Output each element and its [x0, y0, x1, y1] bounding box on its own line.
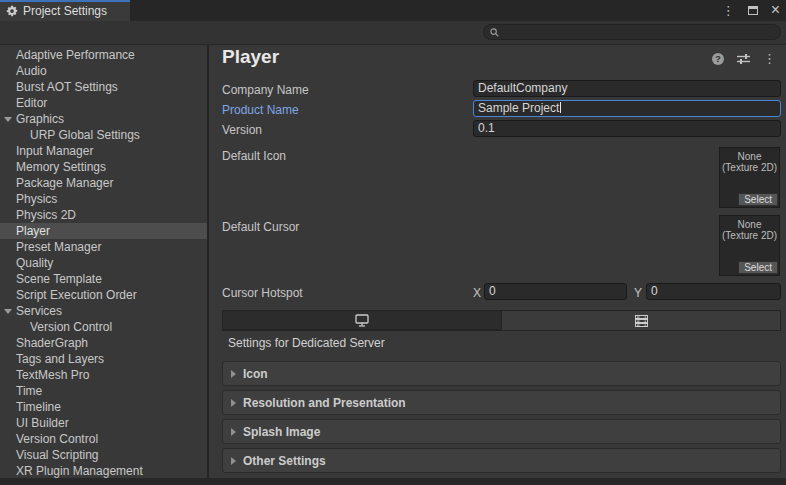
- sidebar-item-editor[interactable]: Editor: [0, 95, 207, 111]
- sidebar-item-label: Input Manager: [0, 143, 207, 159]
- tab-dedicated-server[interactable]: [502, 311, 780, 330]
- hotspot-y-field[interactable]: 0: [646, 283, 781, 300]
- section-label: Splash Image: [243, 425, 320, 439]
- presets-icon[interactable]: [737, 53, 750, 65]
- window-controls: ⋮ ×: [722, 0, 780, 21]
- sidebar-item-label: Time: [0, 383, 207, 399]
- sidebar-item-label: Burst AOT Settings: [0, 79, 207, 95]
- section-resolution-and-presentation[interactable]: Resolution and Presentation: [222, 390, 781, 415]
- sidebar-item-time[interactable]: Time: [0, 383, 207, 399]
- close-icon[interactable]: ×: [771, 2, 780, 18]
- tab-desktop-platform[interactable]: [223, 311, 502, 330]
- section-icon[interactable]: Icon: [222, 361, 781, 386]
- default-cursor-texture-slot[interactable]: None (Texture 2D) Select: [719, 215, 780, 276]
- settings-toolbar: [0, 21, 786, 45]
- desktop-monitor-icon: [355, 314, 369, 327]
- product-name-field[interactable]: Sample Project: [473, 100, 781, 117]
- window-bottom-edge: [0, 478, 786, 485]
- sidebar-item-urp-global-settings[interactable]: URP Global Settings: [0, 127, 207, 143]
- texture-type-label: (Texture 2D): [720, 162, 779, 173]
- product-name-value: Sample Project: [478, 101, 559, 115]
- sidebar-item-label: Editor: [0, 95, 207, 111]
- default-icon-select-button[interactable]: Select: [738, 193, 778, 206]
- section-splash-image[interactable]: Splash Image: [222, 419, 781, 444]
- sidebar-item-label: Version Control: [0, 319, 207, 335]
- sidebar-item-label: Script Execution Order: [0, 287, 207, 303]
- sidebar-item-script-execution-order[interactable]: Script Execution Order: [0, 287, 207, 303]
- company-name-field[interactable]: DefaultCompany: [473, 80, 781, 97]
- player-sections: Icon Resolution and Presentation Splash …: [222, 361, 781, 477]
- cursor-hotspot-label: Cursor Hotspot: [222, 285, 303, 301]
- foldout-expanded-icon: [4, 117, 12, 122]
- sidebar-item-label: ShaderGraph: [0, 335, 207, 351]
- default-icon-texture-slot[interactable]: None (Texture 2D) Select: [719, 147, 780, 208]
- sidebar-item-adaptive-performance[interactable]: Adaptive Performance: [0, 47, 207, 63]
- more-menu-icon[interactable]: ⋮: [763, 52, 776, 65]
- foldout-collapsed-icon: [231, 370, 236, 378]
- text-caret: [560, 102, 561, 113]
- sidebar-item-label: Physics: [0, 191, 207, 207]
- version-field[interactable]: 0.1: [473, 120, 781, 137]
- default-icon-label: Default Icon: [222, 148, 286, 164]
- hotspot-x-label: X: [473, 285, 481, 301]
- sidebar-item-label: Quality: [0, 255, 207, 271]
- version-value: 0.1: [478, 121, 495, 135]
- sidebar-item-label: Adaptive Performance: [0, 47, 207, 63]
- sidebar-item-tags-and-layers[interactable]: Tags and Layers: [0, 351, 207, 367]
- project-settings-window: Project Settings ⋮ × Adaptive Performanc…: [0, 0, 786, 485]
- sidebar-item-label: Package Manager: [0, 175, 207, 191]
- sidebar-item-scene-template[interactable]: Scene Template: [0, 271, 207, 287]
- default-cursor-select-button[interactable]: Select: [738, 261, 778, 274]
- sidebar-item-memory-settings[interactable]: Memory Settings: [0, 159, 207, 175]
- sidebar-item-package-manager[interactable]: Package Manager: [0, 175, 207, 191]
- sidebar-item-textmesh-pro[interactable]: TextMesh Pro: [0, 367, 207, 383]
- section-label: Icon: [243, 367, 268, 381]
- sidebar-item-label: Preset Manager: [0, 239, 207, 255]
- foldout-collapsed-icon: [231, 457, 236, 465]
- tab-accent-line: [0, 0, 130, 2]
- sidebar-item-preset-manager[interactable]: Preset Manager: [0, 239, 207, 255]
- section-other-settings[interactable]: Other Settings: [222, 448, 781, 473]
- window-titlebar: Project Settings ⋮ ×: [0, 0, 786, 21]
- settings-sidebar: Adaptive Performance Audio Burst AOT Set…: [0, 45, 207, 478]
- window-menu-icon[interactable]: ⋮: [722, 4, 735, 17]
- sidebar-item-ui-builder[interactable]: UI Builder: [0, 415, 207, 431]
- sidebar-item-input-manager[interactable]: Input Manager: [0, 143, 207, 159]
- sidebar-item-label: TextMesh Pro: [0, 367, 207, 383]
- sidebar-item-label: URP Global Settings: [0, 127, 207, 143]
- sidebar-item-services[interactable]: Services: [0, 303, 207, 319]
- search-input[interactable]: [503, 26, 774, 38]
- sidebar-item-label: Services: [0, 303, 207, 319]
- sidebar-item-quality[interactable]: Quality: [0, 255, 207, 271]
- sidebar-item-timeline[interactable]: Timeline: [0, 399, 207, 415]
- sidebar-item-physics-2d[interactable]: Physics 2D: [0, 207, 207, 223]
- sidebar-item-shadergraph[interactable]: ShaderGraph: [0, 335, 207, 351]
- help-icon[interactable]: ?: [712, 53, 724, 65]
- sidebar-item-version-control[interactable]: Version Control: [0, 319, 207, 335]
- sidebar-item-label: Memory Settings: [0, 159, 207, 175]
- panel-header-icons: ? ⋮: [712, 52, 776, 65]
- sidebar-item-label: XR Plugin Management: [0, 463, 207, 478]
- sidebar-item-version-control[interactable]: Version Control: [0, 431, 207, 447]
- sidebar-item-label: Audio: [0, 63, 207, 79]
- search-box[interactable]: [483, 24, 781, 40]
- sidebar-item-burst-aot-settings[interactable]: Burst AOT Settings: [0, 79, 207, 95]
- company-name-value: DefaultCompany: [478, 81, 567, 95]
- company-name-label: Company Name: [222, 82, 309, 98]
- sidebar-item-visual-scripting[interactable]: Visual Scripting: [0, 447, 207, 463]
- sidebar-item-label: Visual Scripting: [0, 447, 207, 463]
- sidebar-item-player[interactable]: Player: [0, 223, 207, 239]
- search-icon: [490, 28, 499, 37]
- section-label: Other Settings: [243, 454, 326, 468]
- platform-tab-bar: [222, 310, 781, 331]
- sidebar-item-graphics[interactable]: Graphics: [0, 111, 207, 127]
- sidebar-item-audio[interactable]: Audio: [0, 63, 207, 79]
- hotspot-x-field[interactable]: 0: [484, 283, 627, 300]
- sidebar-item-xr-plugin-management[interactable]: XR Plugin Management: [0, 463, 207, 478]
- sidebar-item-physics[interactable]: Physics: [0, 191, 207, 207]
- maximize-icon[interactable]: [748, 6, 758, 15]
- sidebar-item-label: Tags and Layers: [0, 351, 207, 367]
- foldout-collapsed-icon: [231, 428, 236, 436]
- window-tab-project-settings[interactable]: Project Settings: [0, 0, 130, 21]
- player-settings-panel: Player ? ⋮ Company Name DefaultCompany P…: [209, 45, 786, 478]
